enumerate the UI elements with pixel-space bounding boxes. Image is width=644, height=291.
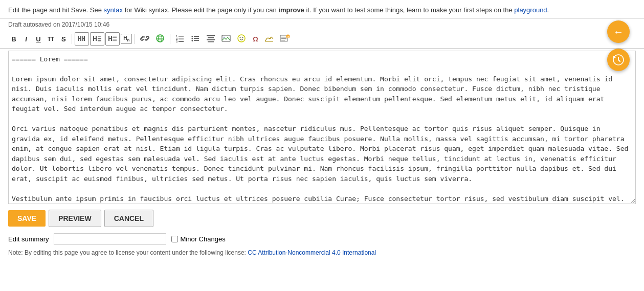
history-fab[interactable] (607, 49, 630, 71)
svg-rect-40 (222, 35, 230, 41)
svg-rect-16 (113, 37, 117, 38)
svg-rect-9 (98, 36, 101, 37)
svg-rect-14 (111, 36, 112, 41)
draft-text: Draft autosaved on 2017/10/15 10:46 (8, 21, 109, 28)
svg-rect-11 (98, 40, 101, 41)
action-bar: SAVE PREVIEW CANCEL (0, 206, 644, 231)
license-row: Note: By editing this page you agree to … (0, 247, 644, 258)
license-text-before: Note: By editing this page you agree to … (8, 249, 248, 256)
svg-point-42 (238, 35, 245, 42)
toolbar: B I U TT S Hn 1.2.3. (0, 30, 644, 49)
svg-rect-35 (194, 40, 199, 41)
link-button[interactable] (138, 32, 152, 46)
svg-point-34 (192, 40, 193, 41)
svg-rect-48 (281, 38, 286, 39)
info-text-after-syntax: for Wiki syntax. Please edit the page on… (123, 6, 278, 14)
svg-rect-18 (113, 40, 117, 41)
history-icon (612, 54, 625, 66)
svg-rect-49 (281, 40, 285, 40)
svg-rect-33 (194, 38, 199, 39)
ref-button[interactable]: ★ (277, 32, 293, 46)
minor-changes-label: Minor Changes (180, 235, 225, 243)
strikethrough-button[interactable]: S (58, 34, 69, 44)
edit-summary-row: Edit summary Minor Changes (0, 231, 644, 247)
sig-button[interactable] (262, 32, 276, 46)
license-link[interactable]: CC Attribution-Noncommercial 4.0 Interna… (248, 249, 376, 256)
svg-point-30 (192, 36, 193, 37)
toolbar-separator-1 (72, 34, 72, 44)
svg-point-32 (192, 38, 193, 39)
page-wrapper: Edit the page and hit Save. See syntax f… (0, 0, 644, 291)
toolbar-separator-3 (170, 34, 170, 44)
underline-button[interactable]: U (33, 34, 44, 44)
draft-bar: Draft autosaved on 2017/10/15 10:46 (0, 19, 644, 30)
align-button[interactable] (204, 32, 218, 46)
image-button[interactable] (219, 32, 233, 46)
svg-rect-36 (207, 35, 215, 36)
ol-button[interactable]: 1.2.3. (173, 32, 187, 46)
heading2-button[interactable] (90, 32, 104, 46)
edit-summary-label: Edit summary (8, 235, 49, 243)
playground-link[interactable]: playground (514, 6, 547, 14)
minor-changes-checkbox[interactable] (171, 236, 178, 242)
back-fab[interactable]: ← (607, 20, 630, 43)
svg-rect-38 (207, 39, 215, 40)
italic-button[interactable]: I (20, 34, 32, 44)
back-icon: ← (613, 27, 624, 37)
preview-button[interactable]: PREVIEW (49, 210, 101, 227)
minor-changes-row: Minor Changes (171, 235, 225, 243)
svg-rect-5 (84, 36, 85, 41)
svg-rect-29 (179, 41, 184, 42)
smiley-button[interactable] (234, 32, 249, 46)
tt-button[interactable]: TT (45, 34, 57, 44)
svg-rect-27 (179, 38, 184, 39)
editor-textarea[interactable] (8, 51, 636, 204)
ul-button[interactable] (188, 32, 203, 46)
svg-rect-15 (113, 36, 117, 36)
svg-rect-17 (113, 39, 117, 39)
svg-rect-2 (80, 36, 81, 41)
earth-button[interactable] (153, 32, 167, 46)
syntax-link[interactable]: syntax (103, 6, 123, 14)
heading1-button[interactable] (75, 32, 89, 46)
toolbar-separator-2 (135, 34, 135, 44)
info-bar: Edit the page and hit Save. See syntax f… (0, 0, 644, 19)
svg-point-44 (242, 37, 243, 38)
svg-rect-25 (179, 36, 184, 37)
svg-rect-10 (98, 38, 101, 39)
svg-rect-47 (281, 37, 286, 37)
special-char-button[interactable]: Ω (250, 34, 261, 44)
svg-rect-37 (208, 37, 214, 38)
info-text-end: . (547, 6, 549, 14)
svg-rect-39 (208, 41, 214, 42)
save-button[interactable]: SAVE (8, 210, 46, 227)
edit-summary-input[interactable] (54, 233, 166, 245)
svg-text:3.: 3. (176, 40, 179, 43)
cancel-button[interactable]: CANCEL (104, 210, 153, 227)
svg-rect-31 (194, 36, 199, 37)
info-text-before-syntax: Edit the page and hit Save. See (8, 6, 103, 14)
heading3-button[interactable] (105, 32, 120, 46)
editor-container (8, 51, 636, 206)
svg-rect-8 (96, 36, 97, 41)
improve-text: improve (278, 6, 304, 14)
info-text-after-improve: it. If you want to test some things, lea… (304, 6, 514, 14)
svg-point-43 (240, 37, 241, 38)
heading4-button[interactable]: Hn (121, 34, 132, 44)
bold-button[interactable]: B (8, 34, 19, 44)
